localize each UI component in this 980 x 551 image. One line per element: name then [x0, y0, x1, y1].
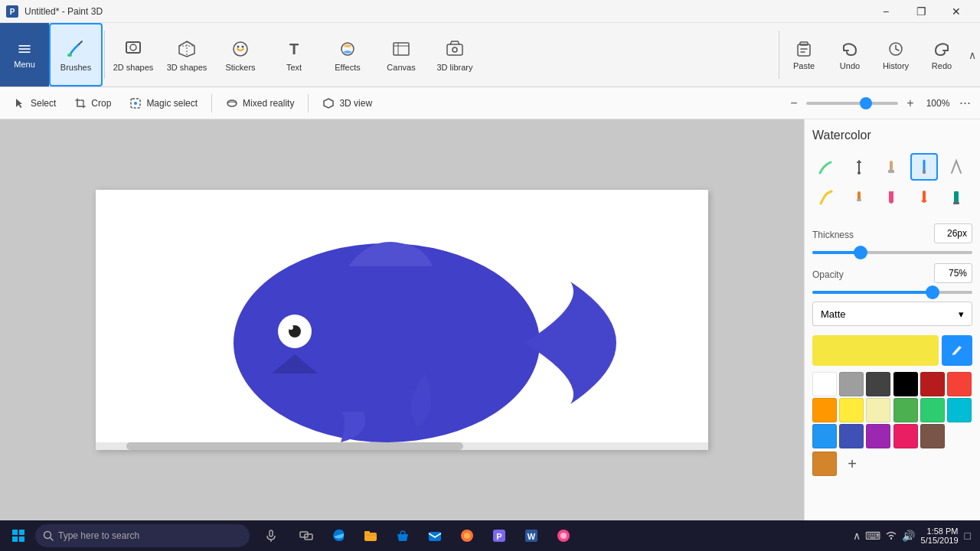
select-button[interactable]: Select	[6, 91, 64, 116]
opacity-slider[interactable]	[812, 291, 972, 294]
taskbar-firefox[interactable]	[452, 522, 482, 549]
ribbon-text[interactable]: T Text	[267, 23, 321, 86]
taskbar-volume-icon[interactable]: 🔊	[902, 530, 915, 542]
color-swatch-white[interactable]	[812, 372, 837, 396]
brush-item-7[interactable]	[877, 184, 905, 211]
ribbon-canvas[interactable]: Canvas	[374, 23, 428, 86]
taskbar-notification-icon[interactable]: □	[965, 530, 971, 542]
color-swatch-cyan[interactable]	[947, 398, 972, 422]
crop-icon	[74, 97, 87, 109]
color-swatch-pink[interactable]	[893, 424, 918, 448]
dropdown-chevron-icon: ▾	[959, 308, 964, 320]
thickness-slider-thumb[interactable]	[854, 246, 867, 259]
color-swatch-darkred[interactable]	[920, 372, 945, 396]
canvas-container	[96, 190, 708, 450]
minimize-button[interactable]: −	[868, 0, 903, 23]
taskbar-task-view[interactable]	[291, 522, 322, 549]
color-swatch-lightgreen[interactable]	[920, 398, 945, 422]
taskbar-word[interactable]: W	[516, 522, 547, 549]
color-swatch-purple[interactable]	[866, 424, 890, 448]
color-swatch-black[interactable]	[893, 372, 918, 396]
ribbon-3d-library[interactable]: 3D library	[428, 23, 482, 86]
opacity-value[interactable]: 75%	[934, 263, 972, 283]
right-panel: Watercolor	[804, 119, 980, 520]
color-swatch-red[interactable]	[947, 372, 972, 396]
brush-item-4[interactable]	[942, 153, 970, 181]
add-color-button[interactable]: +	[841, 453, 863, 474]
paste-button[interactable]: Paste	[781, 23, 827, 86]
canvas-horizontal-scrollbar[interactable]	[96, 442, 708, 450]
start-button[interactable]	[3, 522, 34, 549]
ribbon-2d-shapes[interactable]: 2D shapes	[106, 23, 160, 86]
color-swatch-darkgray[interactable]	[866, 372, 890, 396]
color-swatch-indigo[interactable]	[839, 424, 864, 448]
brush-item-6[interactable]	[845, 184, 873, 211]
crop-button[interactable]: Crop	[67, 91, 119, 116]
taskbar-edge[interactable]	[323, 522, 354, 549]
brush-item-5[interactable]	[812, 184, 840, 211]
thickness-slider[interactable]	[812, 251, 972, 254]
canvas-area[interactable]	[0, 119, 804, 520]
zoom-slider-thumb[interactable]	[860, 97, 872, 109]
matte-dropdown[interactable]: Matte ▾	[812, 302, 972, 326]
3d-view-button[interactable]: 3D view	[315, 91, 380, 116]
taskbar-unknown1[interactable]: P	[484, 522, 514, 549]
taskbar-mail[interactable]	[420, 522, 450, 549]
menu-button[interactable]: Menu	[0, 23, 49, 86]
color-swatch-orange[interactable]	[812, 398, 837, 422]
color-swatch-lightyellow[interactable]	[866, 398, 890, 422]
close-button[interactable]: ✕	[939, 0, 974, 23]
brush-item-3[interactable]	[910, 153, 938, 181]
magic-select-button[interactable]: Magic select	[122, 91, 205, 116]
ribbon: Menu Brushes 2D shapes	[0, 23, 980, 87]
matte-label: Matte	[821, 308, 846, 320]
2d-shapes-label: 2D shapes	[113, 63, 154, 72]
ribbon-stickers[interactable]: Stickers	[214, 23, 267, 86]
taskbar-explorer[interactable]	[355, 522, 386, 549]
brush-item-0[interactable]	[812, 153, 840, 181]
taskbar-cortana[interactable]	[256, 522, 286, 549]
color-swatch-brown[interactable]	[920, 424, 945, 448]
svg-text:W: W	[528, 532, 536, 541]
undo-button[interactable]: Undo	[827, 23, 873, 86]
brush-item-8[interactable]	[910, 184, 938, 211]
color-swatch-green[interactable]	[893, 398, 918, 422]
brush-item-2[interactable]	[877, 153, 905, 181]
color-swatch-blue[interactable]	[812, 424, 837, 448]
taskbar-keyboard-icon[interactable]: ⌨	[865, 530, 880, 542]
taskbar-unknown2[interactable]	[548, 522, 579, 549]
brush-item-1[interactable]	[845, 153, 873, 181]
ribbon-brushes[interactable]: Brushes	[49, 23, 103, 86]
add-color-icon: +	[848, 455, 857, 473]
zoom-out-button[interactable]: −	[785, 94, 803, 112]
brush-item-9[interactable]	[942, 184, 970, 211]
color-preview-swatch[interactable]	[812, 335, 939, 366]
mixed-reality-button[interactable]: Mixed reality	[218, 91, 302, 116]
redo-button[interactable]: Redo	[919, 23, 965, 86]
search-icon	[43, 530, 54, 541]
color-swatch-gray[interactable]	[839, 372, 864, 396]
maximize-button[interactable]: ❐	[903, 0, 939, 23]
taskbar-wifi-icon[interactable]	[885, 530, 897, 542]
thickness-value[interactable]: 26px	[934, 223, 972, 243]
taskbar-time[interactable]: 1:58 PM 5/15/2019	[921, 527, 959, 545]
canvas-label: Canvas	[387, 63, 415, 72]
zoom-slider[interactable]	[806, 102, 898, 105]
ribbon-collapse-button[interactable]: ∧	[965, 23, 980, 86]
zoom-in-button[interactable]: +	[901, 94, 920, 112]
color-swatch-yellow[interactable]	[839, 398, 864, 422]
custom-color-swatch[interactable]	[812, 452, 837, 476]
zoom-more-button[interactable]: ···	[956, 95, 974, 111]
svg-rect-47	[270, 530, 273, 536]
taskbar-up-icon[interactable]: ∧	[853, 530, 861, 542]
color-edit-button[interactable]	[942, 335, 972, 366]
taskbar-store[interactable]	[387, 522, 418, 549]
opacity-slider-thumb[interactable]	[926, 285, 939, 299]
ribbon-3d-shapes[interactable]: 3D shapes	[160, 23, 214, 86]
svg-text:T: T	[289, 41, 299, 57]
taskbar-search[interactable]: Type here to search	[35, 524, 250, 547]
task-view-icon	[299, 529, 313, 543]
ribbon-effects[interactable]: Effects	[321, 23, 374, 86]
canvas-scrollbar-thumb[interactable]	[126, 442, 463, 450]
history-button[interactable]: History	[873, 23, 919, 86]
